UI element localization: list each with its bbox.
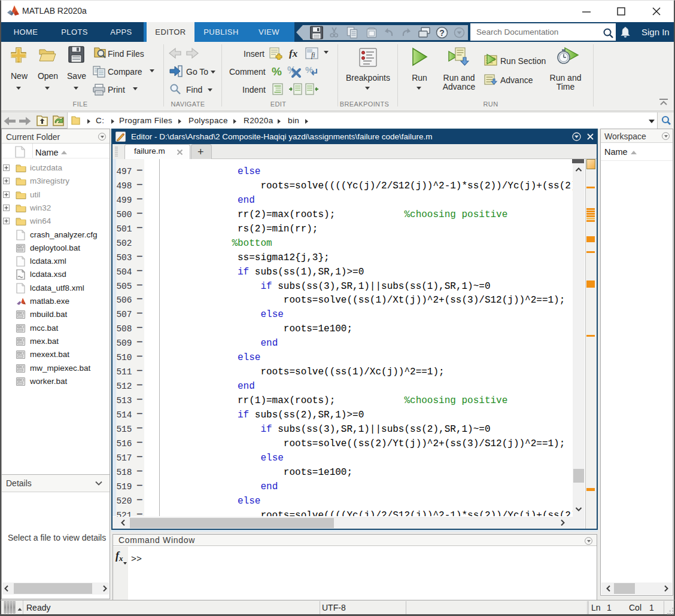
svg-text:fx: fx (289, 48, 298, 59)
svg-text:fi: fi (311, 51, 315, 59)
svg-text:%: % (272, 65, 282, 77)
svg-text:?: ? (439, 28, 445, 38)
